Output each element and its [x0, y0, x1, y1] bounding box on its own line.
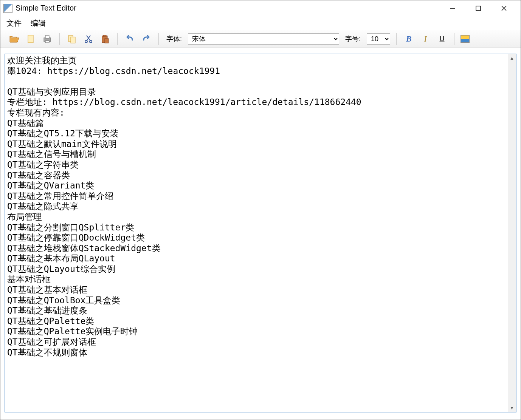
- open-button[interactable]: [8, 33, 20, 45]
- toolbar-separator: [158, 33, 159, 45]
- italic-button[interactable]: I: [419, 33, 431, 45]
- svg-rect-6: [45, 36, 49, 38]
- undo-button[interactable]: [124, 33, 136, 45]
- text-editor[interactable]: 欢迎关注我的主页 墨1024: https://blog.csdn.net/le…: [5, 54, 508, 412]
- app-icon: [3, 4, 12, 13]
- color-button[interactable]: [461, 35, 470, 43]
- editor-frame: 欢迎关注我的主页 墨1024: https://blog.csdn.net/le…: [5, 54, 516, 412]
- menu-bar: 文件 编辑: [0, 16, 521, 30]
- font-size-label: 字号:: [345, 34, 361, 43]
- vertical-scrollbar[interactable]: ▲ ▼: [508, 54, 516, 412]
- scroll-up-arrow[interactable]: ▲: [508, 54, 516, 62]
- print-button[interactable]: [41, 33, 53, 45]
- svg-rect-4: [28, 35, 33, 43]
- svg-rect-7: [45, 41, 49, 43]
- font-label: 字体:: [166, 34, 182, 43]
- toolbar-separator: [117, 33, 118, 45]
- new-button[interactable]: [25, 33, 37, 45]
- svg-point-12: [85, 40, 87, 43]
- font-name-select[interactable]: 宋体: [188, 33, 339, 45]
- scroll-down-arrow[interactable]: ▼: [508, 404, 516, 412]
- font-size-select[interactable]: 10: [367, 33, 390, 45]
- svg-rect-15: [103, 35, 106, 37]
- svg-rect-9: [71, 37, 75, 43]
- toolbar: 字体: 宋体 字号: 10 B I U: [0, 30, 521, 48]
- window-controls: [445, 2, 518, 14]
- redo-button[interactable]: [140, 33, 152, 45]
- svg-rect-16: [105, 39, 109, 43]
- bold-button[interactable]: B: [403, 33, 415, 45]
- paste-button[interactable]: [99, 33, 111, 45]
- underline-button[interactable]: U: [436, 33, 448, 45]
- svg-point-13: [90, 40, 92, 43]
- minimize-button[interactable]: [445, 2, 460, 14]
- close-button[interactable]: [496, 2, 512, 14]
- toolbar-separator: [59, 33, 60, 45]
- svg-rect-1: [476, 6, 481, 11]
- cut-button[interactable]: [82, 33, 95, 45]
- maximize-button[interactable]: [471, 2, 486, 14]
- window-title: Simple Text Editor: [16, 4, 445, 12]
- title-bar: Simple Text Editor: [0, 0, 521, 16]
- toolbar-separator: [396, 33, 397, 45]
- toolbar-separator: [454, 33, 454, 45]
- copy-button[interactable]: [66, 33, 78, 45]
- menu-file[interactable]: 文件: [5, 17, 23, 29]
- menu-edit[interactable]: 编辑: [29, 17, 47, 29]
